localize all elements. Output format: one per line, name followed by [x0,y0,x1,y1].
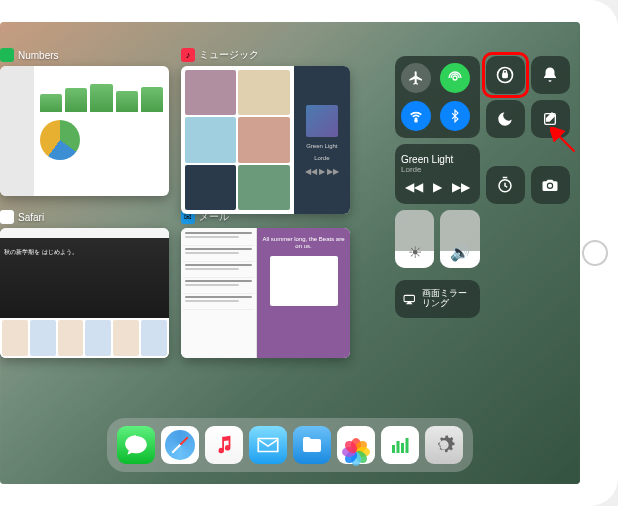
media-artist: Lorde [401,165,421,174]
svg-rect-9 [392,445,395,453]
app-title: ミュージック [199,48,259,62]
svg-rect-7 [404,295,414,301]
orientation-lock-toggle[interactable] [486,56,525,94]
prev-track-button[interactable]: ◀◀ [405,180,423,194]
app-title: Safari [18,212,44,223]
volume-icon: 🔊 [450,243,470,262]
album-cover-thumb [306,105,338,137]
mirror-label: 画面ミラーリング [422,289,472,309]
bluetooth-toggle[interactable] [440,101,470,131]
numbers-preview [0,66,169,196]
dock-messages[interactable] [117,426,155,464]
play-button[interactable]: ▶ [433,180,442,194]
svg-rect-12 [406,438,409,453]
cellular-toggle[interactable] [440,63,470,93]
dock-safari[interactable] [161,426,199,464]
brightness-icon: ☀ [408,243,422,262]
timer-shortcut[interactable] [486,166,525,204]
annotation-highlight [482,52,529,98]
ipad-frame: Numbers ♪ ミュージック [0,0,618,506]
silent-mode-toggle[interactable] [531,56,570,94]
mail-preview: All summer long, the Beats are on us. [181,228,350,358]
app-title: Numbers [18,50,59,61]
control-center: Green Light Lorde ◀◀ ▶ ▶▶ ☀ 🔊 [395,56,570,318]
safari-icon [0,210,14,224]
moon-icon [496,110,514,128]
notes-icon [542,111,558,127]
camera-shortcut[interactable] [531,166,570,204]
volume-slider[interactable]: 🔊 [440,210,479,268]
media-title: Green Light [401,154,453,165]
brightness-slider[interactable]: ☀ [395,210,434,268]
do-not-disturb-toggle[interactable] [486,100,525,138]
switcher-card-music[interactable]: ♪ ミュージック Green Light Lorde ◀◀ ▶ ▶▶ [181,48,350,196]
dock-files[interactable] [293,426,331,464]
numbers-icon [0,48,14,62]
safari-preview: 秋の新学期を はじめよう。 [0,228,169,358]
dock-photos[interactable] [337,426,375,464]
svg-rect-11 [401,443,404,453]
dock [107,418,473,472]
dock-stocks[interactable] [381,426,419,464]
dock-music[interactable] [205,426,243,464]
svg-point-1 [415,120,417,122]
screen: Numbers ♪ ミュージック [0,22,580,484]
pie-chart-thumb [40,120,80,160]
home-button[interactable] [582,240,608,266]
switcher-card-safari[interactable]: Safari 秋の新学期を はじめよう。 [0,210,169,358]
connectivity-group [395,56,480,138]
dock-mail[interactable] [249,426,287,464]
app-switcher: Numbers ♪ ミュージック [0,48,350,372]
wifi-toggle[interactable] [401,101,431,131]
timer-icon [496,176,514,194]
switcher-card-mail[interactable]: ✉ メール All summer long, the Beats are on … [181,210,350,358]
screen-mirroring-button[interactable]: 画面ミラーリング [395,280,480,318]
bell-icon [541,66,559,84]
svg-line-8 [557,134,575,152]
camera-icon [541,176,559,194]
dock-settings[interactable] [425,426,463,464]
svg-rect-10 [397,441,400,453]
svg-point-0 [453,76,457,80]
music-preview: Green Light Lorde ◀◀ ▶ ▶▶ [181,66,350,214]
next-track-button[interactable]: ▶▶ [452,180,470,194]
airplay-icon [403,292,416,306]
switcher-card-numbers[interactable]: Numbers [0,48,169,196]
media-controls[interactable]: Green Light Lorde ◀◀ ▶ ▶▶ [395,144,480,204]
annotation-arrow [550,127,578,155]
airplane-mode-toggle[interactable] [401,63,431,93]
music-icon: ♪ [181,48,195,62]
